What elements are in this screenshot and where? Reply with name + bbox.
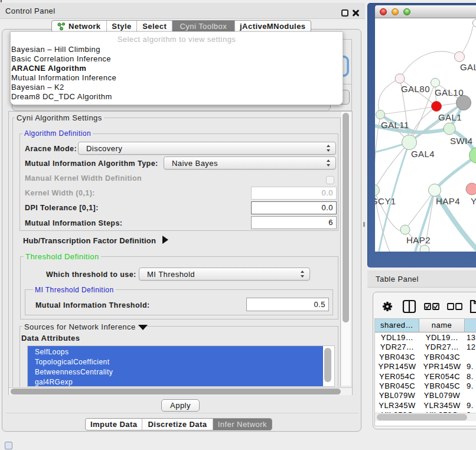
svg-text:Y: Y	[471, 196, 476, 206]
svg-text:GAL4: GAL4	[411, 149, 435, 159]
svg-text:SWI4: SWI4	[450, 136, 472, 146]
svg-text:GAL10: GAL10	[435, 87, 464, 97]
svg-text:GAL: GAL	[460, 62, 476, 72]
svg-text:GAL80: GAL80	[401, 84, 430, 94]
svg-text:HAP2: HAP2	[406, 235, 431, 245]
svg-text:HAP4: HAP4	[436, 196, 460, 206]
svg-text:GCY1: GCY1	[375, 196, 396, 206]
svg-text:GAL11: GAL11	[381, 120, 409, 130]
svg-text:GAL1: GAL1	[438, 112, 462, 122]
